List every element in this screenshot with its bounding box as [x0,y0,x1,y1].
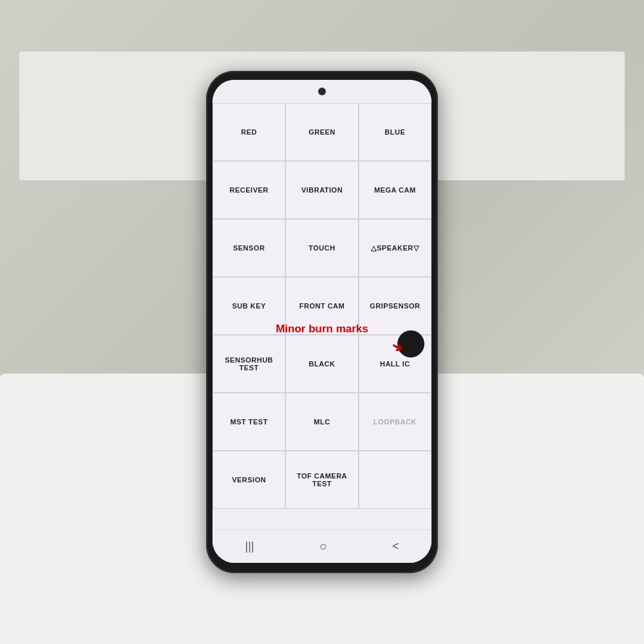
cell-gripsensor[interactable]: GRIPSENSOR [359,277,431,335]
cell-empty [359,451,431,509]
cell-version[interactable]: VERSION [213,451,285,509]
cell-label-mlc: MLC [314,418,330,426]
cell-label-sensor: SENSOR [233,244,265,252]
nav-home-button[interactable]: ○ [319,539,327,554]
cell-label-black: BLACK [308,360,335,368]
cell-sensorhub-test[interactable]: SENSORHUB TEST [213,335,285,393]
cell-loopback[interactable]: LOOPBACK [359,393,431,451]
screen-top [213,80,431,103]
cell-mlc[interactable]: MLC [285,393,358,451]
cell-vibration[interactable]: VIBRATION [285,161,358,219]
cell-tof-camera-test[interactable]: TOF CAMERA TEST [285,451,358,509]
cell-sensor[interactable]: SENSOR [213,219,285,277]
nav-bar: ||| ○ < [213,529,431,563]
scene: RED GREEN BLUE RECEIVER VIBRATION [0,0,644,644]
cell-label-blue: BLUE [384,128,405,136]
cell-label-hall-ic: HALL IC [380,360,410,368]
cell-label-green: GREEN [308,128,336,136]
cell-touch[interactable]: TOUCH [285,219,358,277]
cell-label-receiver: RECEIVER [230,186,269,194]
cell-label-sub-key: SUB KEY [232,302,265,310]
cell-receiver[interactable]: RECEIVER [213,161,285,219]
nav-back-button[interactable]: < [392,540,399,553]
cell-label-gripsensor: GRIPSENSOR [370,302,420,310]
cell-label-red: RED [241,128,257,136]
grid-area: RED GREEN BLUE RECEIVER VIBRATION [213,103,431,529]
cell-front-cam[interactable]: FRONT CAM [285,277,358,335]
cell-mst-test[interactable]: MST TEST [213,393,285,451]
cell-label-sensorhub-test: SENSORHUB TEST [225,356,273,372]
cell-speaker[interactable]: △SPEAKER▽ [359,219,431,277]
cell-label-touch: TOUCH [308,244,335,252]
phone: RED GREEN BLUE RECEIVER VIBRATION [206,71,438,573]
cell-mega-cam[interactable]: MEGA CAM [359,161,431,219]
cell-hall-ic[interactable]: HALL IC ➜ [359,335,431,393]
cell-label-tof-camera-test: TOF CAMERA TEST [297,472,347,488]
cell-label-speaker: △SPEAKER▽ [371,244,419,252]
cell-sub-key[interactable]: SUB KEY [213,277,285,335]
test-grid: RED GREEN BLUE RECEIVER VIBRATION [213,103,431,509]
screen: RED GREEN BLUE RECEIVER VIBRATION [213,80,431,563]
cell-label-front-cam: FRONT CAM [299,302,345,310]
cell-blue[interactable]: BLUE [359,103,431,161]
nav-recent-button[interactable]: ||| [245,540,254,553]
cell-label-vibration: VIBRATION [301,186,343,194]
cell-label-version: VERSION [232,476,266,484]
cell-label-mst-test: MST TEST [230,418,267,426]
cell-red[interactable]: RED [213,103,285,161]
cell-black[interactable]: BLACK [285,335,358,393]
cell-green[interactable]: GREEN [285,103,358,161]
front-camera-dot [318,88,326,95]
cell-label-loopback: LOOPBACK [374,418,417,426]
cell-label-mega-cam: MEGA CAM [374,186,416,194]
